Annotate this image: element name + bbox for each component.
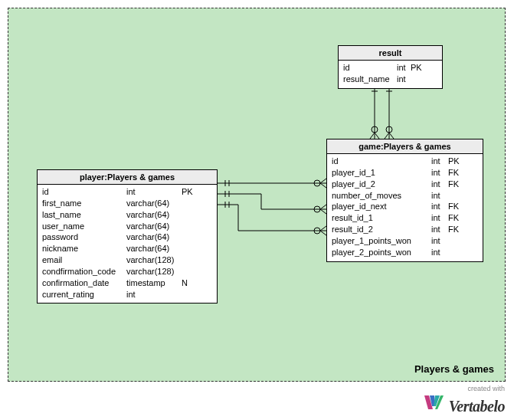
watermark: created with Vertabelo — [423, 390, 505, 415]
table-row: nicknamevarchar(64) — [42, 243, 212, 254]
table-row: player_id_1intFK — [332, 167, 478, 179]
area-label: Players & games — [414, 363, 494, 375]
table-row: player_1_points_wonint — [332, 235, 478, 247]
svg-line-8 — [375, 133, 379, 139]
entity-columns: idintPK first_namevarchar(64) last_namev… — [38, 185, 217, 303]
created-with-label: created with — [449, 386, 505, 393]
vertabelo-logo-icon — [423, 392, 444, 414]
svg-point-6 — [372, 126, 378, 133]
table-row: passwordvarchar(64) — [42, 231, 212, 243]
table-row: player_id_2intFK — [332, 179, 478, 190]
svg-point-31 — [314, 228, 320, 234]
table-row: player_id_nextintFK — [332, 201, 478, 212]
svg-line-33 — [320, 231, 326, 235]
table-row: current_ratingint — [42, 289, 212, 300]
table-row: emailvarchar(128) — [42, 254, 212, 266]
table-row: user_namevarchar(64) — [42, 221, 212, 232]
svg-point-25 — [314, 180, 320, 186]
svg-point-9 — [386, 126, 392, 133]
table-row: result_id_2intFK — [332, 224, 478, 235]
entity-columns: idintPK result_nameint — [339, 61, 442, 88]
table-row: confirmation_datetimestampN — [42, 277, 212, 289]
table-row: number_of_movesint — [332, 190, 478, 202]
svg-line-32 — [320, 226, 326, 231]
table-row: first_namevarchar(64) — [42, 198, 212, 209]
svg-line-11 — [389, 133, 394, 139]
table-row: condfirmation_codevarchar(128) — [42, 266, 212, 277]
table-row: last_namevarchar(64) — [42, 209, 212, 221]
svg-line-7 — [370, 133, 375, 139]
svg-line-10 — [385, 133, 389, 139]
svg-point-28 — [314, 206, 320, 212]
svg-line-30 — [320, 209, 326, 214]
svg-line-26 — [320, 179, 326, 183]
entity-columns: idintPK player_id_1intFK player_id_2intF… — [327, 154, 483, 261]
table-row: player_2_points_wonint — [332, 247, 478, 258]
diagram-canvas[interactable]: result idintPK result_nameint player:Pla… — [8, 8, 506, 382]
entity-title: result — [339, 46, 442, 61]
svg-line-27 — [320, 183, 326, 188]
brand-name: Vertabelo — [449, 398, 505, 415]
entity-result[interactable]: result idintPK result_nameint — [338, 45, 443, 89]
table-row: result_nameint — [343, 74, 437, 85]
entity-player[interactable]: player:Players & games idintPK first_nam… — [37, 169, 218, 304]
table-row: idintPK — [42, 186, 212, 198]
table-row: result_id_1intFK — [332, 212, 478, 224]
table-row: idintPK — [343, 62, 437, 74]
entity-title: game:Players & games — [327, 139, 483, 154]
entity-game[interactable]: game:Players & games idintPK player_id_1… — [326, 139, 483, 262]
entity-title: player:Players & games — [38, 170, 217, 185]
svg-line-29 — [320, 205, 326, 209]
table-row: idintPK — [332, 156, 478, 167]
